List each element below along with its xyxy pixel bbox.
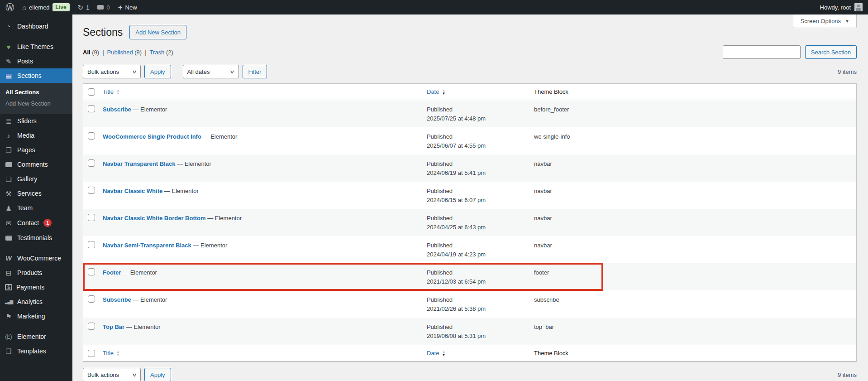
column-header-date[interactable]: Date <box>427 88 439 95</box>
table-row: Navbar Classic White Border Bottom — Ele… <box>83 209 856 236</box>
section-title-suffix: — Elementor <box>133 106 167 113</box>
row-status: Published <box>427 187 529 196</box>
sidebar-item-analytics[interactable]: ▂▄▆ Analytics <box>0 294 72 309</box>
megaphone-icon: ⚑ <box>4 313 13 320</box>
table-header: Title▲▼Date▲▼Theme Block <box>83 84 856 100</box>
sidebar-item-like-themes[interactable]: ♥ Like Themes <box>0 39 72 54</box>
bulk-actions-label: Bulk actions <box>87 68 119 75</box>
new-content-menu[interactable]: + New <box>118 4 137 11</box>
row-status: Published <box>427 105 529 114</box>
avatar[interactable] <box>854 3 863 11</box>
section-title-link[interactable]: Subscribe <box>103 296 131 303</box>
bulk-actions-select-bottom[interactable]: Bulk actions ∨ <box>83 368 141 381</box>
sections-table: Title▲▼Date▲▼Theme Block Subscribe — Ele… <box>83 83 857 362</box>
select-all-checkbox[interactable] <box>88 350 95 357</box>
section-title-link[interactable]: Navbar Semi-Transparent Black <box>103 242 191 249</box>
sidebar-item-woocommerce[interactable]: W WooCommerce <box>0 251 72 265</box>
section-title-link[interactable]: WooCommerce Single Product Info <box>103 133 201 140</box>
view-filter-trash[interactable]: Trash (2) <box>150 49 173 56</box>
submenu-item-add-new-section[interactable]: Add New Section <box>0 98 72 109</box>
sidebar-item-comments[interactable]: Comments <box>0 157 72 172</box>
submenu-item-all-sections[interactable]: All Sections <box>0 87 72 98</box>
section-title-link[interactable]: Navbar Transparent Black <box>103 160 175 167</box>
sidebar-item-services[interactable]: ⚒ Services <box>0 186 72 201</box>
sidebar-item-templates[interactable]: ❒ Templates <box>0 344 72 358</box>
section-title-suffix: — Elementor <box>193 242 227 249</box>
section-title-link[interactable]: Footer <box>103 269 121 276</box>
testimonials-bubble-icon <box>4 235 13 241</box>
view-filter-published[interactable]: Published (9) <box>107 49 142 56</box>
row-checkbox[interactable] <box>88 187 95 194</box>
add-new-section-button[interactable]: Add New Section <box>129 25 186 39</box>
sidebar-item-gallery[interactable]: ❏ Gallery <box>0 172 72 186</box>
row-checkbox[interactable] <box>88 268 95 275</box>
section-title-link[interactable]: Subscribe <box>103 106 131 113</box>
row-checkbox[interactable] <box>88 214 95 221</box>
sidebar-item-payments[interactable]: $ Payments <box>0 280 72 294</box>
howdy-account-link[interactable]: Howdy, root <box>820 4 851 11</box>
bulk-actions-select[interactable]: Bulk actions ∨ <box>83 65 141 78</box>
search-section-button[interactable]: Search Section <box>805 45 857 59</box>
screen-options-label: Screen Options <box>800 18 841 24</box>
search-input[interactable] <box>723 45 801 59</box>
sections-icon: ▦ <box>4 72 13 79</box>
row-checkbox[interactable] <box>88 295 95 303</box>
sort-arrows-icon: ▲▼ <box>116 350 120 357</box>
sidebar-item-testimonials[interactable]: Testimonials <box>0 231 72 245</box>
sidebar-item-sections[interactable]: ▦ Sections <box>0 68 72 83</box>
row-checkbox[interactable] <box>88 323 95 330</box>
bulk-actions-label: Bulk actions <box>87 371 119 378</box>
sidebar-item-elementor[interactable]: Ⓔ Elementor <box>0 329 72 344</box>
row-checkbox[interactable] <box>88 241 95 248</box>
screen-options-button[interactable]: Screen Options ▼ <box>793 14 857 28</box>
views-separator: | <box>145 49 146 56</box>
sidebar-item-media[interactable]: ♪ Media <box>0 128 72 143</box>
site-menu[interactable]: ⌂ ellemed Live <box>22 3 70 11</box>
section-title-link[interactable]: Top Bar <box>103 323 124 330</box>
row-date: 2025/06/07 at 4:55 pm <box>427 141 529 150</box>
section-title-suffix: — Elementor <box>126 323 161 330</box>
select-all-checkbox[interactable] <box>88 88 95 96</box>
sidebar-item-dashboard[interactable]: ◔ Dashboard <box>0 19 72 34</box>
main-content: Screen Options ▼ Sections Add New Sectio… <box>72 14 868 381</box>
wordpress-logo-icon[interactable]: Ⓦ <box>5 3 14 12</box>
column-header-title[interactable]: Title <box>103 88 114 95</box>
apply-button-bottom[interactable]: Apply <box>144 368 171 381</box>
bar-chart-icon: ▂▄▆ <box>4 299 13 304</box>
view-filter-all[interactable]: All (9) <box>83 49 99 56</box>
envelope-icon: ✉ <box>4 220 13 227</box>
site-name: ellemed <box>29 4 50 11</box>
sidebar-item-posts[interactable]: ✎ Posts <box>0 54 72 68</box>
sidebar-item-marketing[interactable]: ⚑ Marketing <box>0 309 72 323</box>
dollar-box-icon: $ <box>5 284 12 290</box>
hammer-icon: ⚒ <box>4 190 13 197</box>
column-header-title[interactable]: Title <box>103 350 114 357</box>
unread-count-badge: 1 <box>43 219 52 227</box>
column-header-date[interactable]: Date <box>427 350 439 357</box>
section-title-link[interactable]: Navbar Classic White <box>103 188 162 194</box>
section-title-link[interactable]: Navbar Classic White Border Bottom <box>103 215 206 222</box>
filter-button[interactable]: Filter <box>243 65 267 78</box>
row-checkbox[interactable] <box>88 159 95 167</box>
sidebar-item-products[interactable]: ⊟ Products <box>0 265 72 280</box>
sidebar-item-pages[interactable]: ❐ Pages <box>0 143 72 157</box>
row-date: 2024/04/25 at 6:43 pm <box>427 223 529 232</box>
row-checkbox[interactable] <box>88 132 95 140</box>
apply-button[interactable]: Apply <box>144 65 171 78</box>
row-checkbox[interactable] <box>88 105 95 112</box>
table-footer-header: Title▲▼Date▲▼Theme Block <box>83 345 856 362</box>
table-nav-bottom: Bulk actions ∨ Apply 9 items <box>83 367 857 381</box>
row-date: 2024/04/19 at 4:23 pm <box>427 250 529 259</box>
sidebar-item-sliders[interactable]: ≣ Sliders <box>0 114 72 128</box>
comments-indicator[interactable]: 0 <box>97 4 110 11</box>
updates-indicator[interactable]: ↻ 1 <box>78 4 90 11</box>
sidebar-item-team[interactable]: ♟ Team <box>0 201 72 215</box>
table-row: Navbar Transparent Black — Elementor Pub… <box>83 154 856 182</box>
row-theme-block: wc-single-info <box>534 127 856 154</box>
pages-icon: ❐ <box>4 147 13 154</box>
section-title-suffix: — Elementor <box>203 133 238 140</box>
row-date: 2025/07/25 at 4:48 pm <box>427 114 529 123</box>
sidebar-item-contact[interactable]: ✉ Contact 1 <box>0 215 72 231</box>
sort-arrows-icon: ▲▼ <box>442 350 445 357</box>
dates-filter-select[interactable]: All dates ∨ <box>183 65 239 78</box>
